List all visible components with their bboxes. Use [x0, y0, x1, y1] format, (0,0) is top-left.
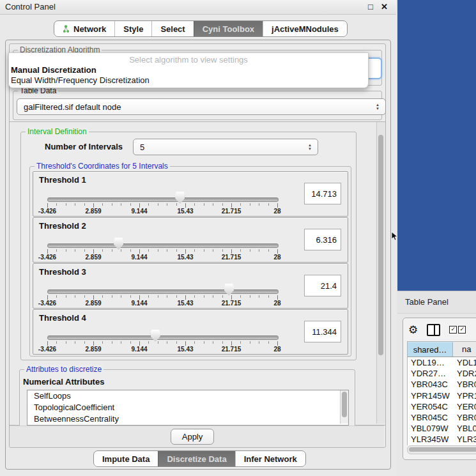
algorithm-option[interactable]: Equal Width/Frequency Discretization	[9, 75, 368, 86]
cell-name: YBR0	[453, 413, 476, 422]
tick-label: 2.859	[85, 300, 101, 307]
table-row[interactable]: YPR145WYPR1	[408, 390, 476, 401]
tab-label: Select	[160, 24, 185, 34]
tab-impute-data[interactable]: Impute Data	[94, 451, 158, 466]
checkbox-icon: ✓	[449, 326, 457, 334]
apply-button[interactable]: Apply	[171, 429, 214, 445]
slider-thumb[interactable]	[151, 330, 160, 342]
scrollbar-thumb[interactable]	[409, 447, 476, 452]
slider-track[interactable]	[47, 197, 279, 202]
column-header-shared-name[interactable]: shared…	[408, 342, 453, 357]
slider-major-ticks	[47, 341, 279, 346]
threshold-label: Threshold 2	[39, 221, 86, 231]
control-panel: Control Panel □ ✕ NetworkStyleSelectCyni…	[0, 0, 396, 476]
slider-thumb[interactable]	[175, 192, 185, 204]
table-row[interactable]: YLR345WYLR3	[408, 434, 476, 445]
threshold-slider[interactable]: -3.4262.8599.14415.4321.71528	[47, 326, 277, 351]
scrollbar-thumb[interactable]	[378, 135, 383, 355]
cell-name: YDL1	[453, 358, 476, 367]
threshold-panel: Threshold 1-3.4262.8599.14415.4321.71528…	[33, 171, 348, 217]
tick-label: 28	[273, 254, 280, 261]
tick-label: 28	[273, 208, 280, 215]
tick-label: 15.43	[177, 254, 193, 261]
tick-label: 28	[273, 300, 280, 307]
table-row[interactable]: YER054CYER0	[408, 401, 476, 412]
algorithm-placeholder-option[interactable]: Select algorithm to view settings	[9, 54, 368, 65]
slider-tick-labels: -3.4262.8599.14415.4321.71528	[47, 208, 277, 214]
tab-label: Impute Data	[102, 454, 150, 464]
tick-label: 2.859	[85, 208, 101, 215]
thresholds-group-title: Threshold's Coordinates for 5 Intervals	[35, 162, 170, 171]
algorithm-dropdown-popup: Select algorithm to view settings Manual…	[8, 52, 369, 88]
cell-shared-name: YLR345W	[408, 434, 453, 444]
select-columns-icon[interactable]: ✓ ✓	[449, 326, 466, 334]
threshold-slider[interactable]: -3.4262.8599.14415.4321.71528	[47, 234, 277, 259]
threshold-slider[interactable]: -3.4262.8599.14415.4321.71528	[47, 188, 277, 213]
cell-shared-name: YPR145W	[408, 391, 453, 401]
tab-label: Cyni Toolbox	[203, 24, 254, 34]
cell-shared-name: YDR27…	[408, 369, 453, 378]
tab-jactivemnodules[interactable]: jActiveMNodules	[263, 21, 347, 36]
tick-label: 15.43	[177, 300, 193, 307]
table-header-row: shared… na	[408, 342, 476, 357]
threshold-value-field[interactable]: 6.316	[304, 229, 341, 250]
column-header-name[interactable]: na	[453, 342, 476, 357]
attribute-item[interactable]: BetweennessCentrality	[27, 413, 348, 425]
threshold-panel: Threshold 2-3.4262.8599.14415.4321.71528…	[33, 217, 348, 263]
slider-track[interactable]	[47, 289, 279, 294]
tick-label: -3.426	[38, 346, 56, 353]
split-columns-icon[interactable]	[427, 324, 440, 336]
cell-shared-name: YBL079W	[408, 424, 453, 433]
network-icon	[63, 25, 70, 33]
attributes-scrollbar[interactable]	[340, 390, 348, 424]
threshold-slider[interactable]: -3.4262.8599.14415.4321.71528	[47, 280, 277, 305]
gear-icon[interactable]: ⚙	[408, 325, 418, 335]
threshold-value-field[interactable]: 11.344	[304, 321, 341, 342]
table-rows: YDL19…YDL1YDR27…YDR2YBR043CYBR0YPR145WYP…	[408, 357, 476, 445]
cell-name: YLR3	[453, 434, 476, 444]
cell-name: YER0	[453, 402, 476, 411]
table-row[interactable]: YDL19…YDL1	[408, 357, 476, 368]
attribute-item[interactable]: SelfLoops	[27, 390, 348, 402]
slider-track[interactable]	[47, 243, 279, 248]
tab-discretize-data[interactable]: Discretize Data	[158, 451, 234, 466]
algorithm-options: Manual DiscretizationEqual Width/Frequen…	[9, 65, 368, 86]
tab-select[interactable]: Select	[151, 21, 193, 36]
threshold-label: Threshold 3	[39, 267, 86, 277]
table-row[interactable]: YBR045CYBR0	[408, 412, 476, 423]
tab-cyni-toolbox[interactable]: Cyni Toolbox	[194, 21, 263, 36]
mouse-cursor	[391, 231, 399, 242]
cell-name: YBL0	[453, 424, 476, 433]
tab-network[interactable]: Network	[54, 21, 114, 36]
tick-label: 15.43	[177, 346, 193, 353]
table-row[interactable]: YBR043CYBR0	[408, 379, 476, 390]
attribute-items: SelfLoopsTopologicalCoefficientBetweenne…	[27, 390, 348, 425]
node-table: shared… na YDL19…YDL1YDR27…YDR2YBR043CYB…	[407, 341, 476, 445]
attribute-item[interactable]: TopologicalCoefficient	[27, 402, 348, 413]
float-window-icon[interactable]: □	[368, 2, 373, 12]
threshold-value-field[interactable]: 14.713	[304, 183, 341, 204]
slider-thumb[interactable]	[224, 284, 234, 296]
tick-label: 21.715	[222, 208, 242, 215]
tick-label: -3.426	[38, 254, 56, 261]
table-row[interactable]: YBL079WYBL0	[408, 423, 476, 434]
tab-infer-network[interactable]: Infer Network	[235, 451, 305, 466]
threshold-label: Threshold 1	[39, 175, 86, 185]
cell-name: YBR0	[453, 380, 476, 389]
slider-track[interactable]	[47, 335, 279, 340]
table-data-combobox[interactable]: galFiltered.sif default node ▲▼	[17, 98, 386, 115]
settings-vertical-scrollbar[interactable]	[376, 122, 385, 424]
control-panel-title: Control Panel	[5, 2, 56, 12]
slider-thumb[interactable]	[114, 238, 123, 250]
table-horizontal-scrollbar[interactable]	[407, 445, 476, 454]
table-row[interactable]: YDR27…YDR2	[408, 368, 476, 379]
tab-style[interactable]: Style	[114, 21, 151, 36]
close-panel-icon[interactable]: ✕	[381, 2, 388, 12]
algorithm-option[interactable]: Manual Discretization	[9, 65, 368, 75]
slider-major-ticks	[47, 203, 279, 208]
tick-label: 2.859	[85, 254, 101, 261]
scrollbar-thumb[interactable]	[342, 392, 347, 417]
threshold-value-field[interactable]: 21.4	[304, 275, 341, 296]
cell-name: YDR2	[453, 369, 476, 378]
number-of-intervals-spinner[interactable]: 5 ▲▼	[133, 139, 318, 155]
